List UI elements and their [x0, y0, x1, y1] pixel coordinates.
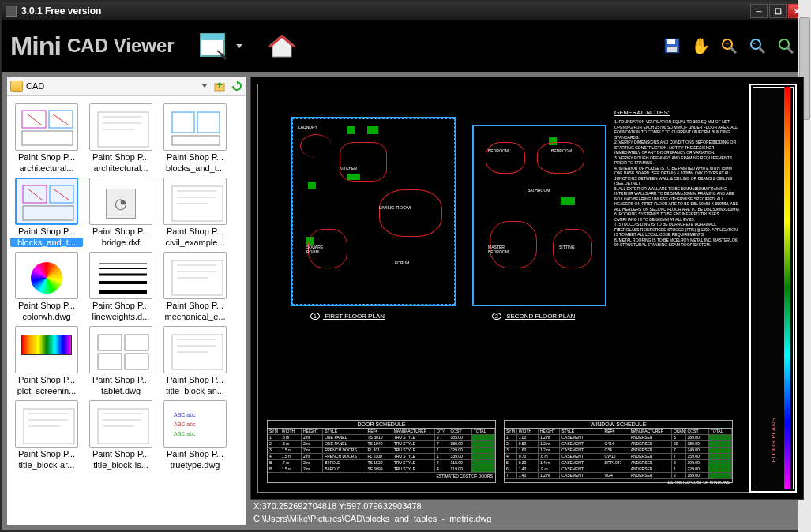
- thumbnail-type: Paint Shop P...: [159, 449, 231, 459]
- title-block: FLOOR PLANS: [749, 84, 797, 493]
- thumbnail-filename: truetype.dwg: [159, 460, 231, 470]
- thumbnail-filename: title_block-ar...: [10, 460, 83, 470]
- folder-bar: CAD: [7, 77, 246, 96]
- svg-text:ABC abc: ABC abc: [174, 412, 196, 418]
- thumbnail-type: Paint Shop P...: [84, 301, 157, 310]
- thumbnail-type: Paint Shop P...: [84, 375, 157, 384]
- thumbnail-item[interactable]: Paint Shop P...blocks_and_t...: [10, 178, 83, 247]
- thumbnail-preview[interactable]: [163, 103, 227, 151]
- thumbnail-type: Paint Shop P...: [159, 152, 231, 162]
- svg-rect-4: [667, 47, 677, 52]
- thumbnail-preview[interactable]: [163, 326, 227, 373]
- first-floor-plan: LAUNDRY KITCHEN LIVING ROOM SQUAREROOM F…: [291, 117, 456, 306]
- refresh-button[interactable]: [231, 81, 242, 92]
- app-window: 3.0.1 Free version ─ ☐ ✕ Mini CAD Viewer: [0, 0, 811, 532]
- door-schedule-table: DOOR SCHEDULE SYMWIDTHHEIGHTSTYLEREF#MAN…: [267, 420, 496, 483]
- folder-icon[interactable]: [10, 81, 23, 92]
- thumbnail-type: Paint Shop P...: [84, 227, 157, 236]
- svg-rect-3: [667, 39, 675, 44]
- svg-line-6: [730, 47, 736, 53]
- thumbnail-filename: lineweights.d...: [84, 312, 157, 321]
- thumbnail-item[interactable]: Paint Shop P...tablet.dwg: [84, 326, 157, 395]
- thumbnail-type: Paint Shop P...: [159, 227, 231, 236]
- thumbnail-preview[interactable]: [89, 103, 152, 151]
- zoom-in-icon: +: [721, 38, 737, 54]
- svg-rect-45: [125, 335, 148, 350]
- thumbnail-preview[interactable]: [15, 103, 78, 151]
- plan1-label: FIRST FLOOR PLAN: [325, 313, 385, 320]
- pan-button[interactable]: ✋: [692, 37, 709, 54]
- document-open-icon: [198, 32, 230, 60]
- thumbnail-item[interactable]: Paint Shop P...plot_screenin...: [10, 326, 83, 395]
- thumbnail-preview[interactable]: [163, 178, 227, 225]
- thumbnail-preview[interactable]: [89, 252, 152, 299]
- thumbnail-preview[interactable]: [15, 400, 78, 448]
- up-folder-button[interactable]: [214, 81, 225, 92]
- open-dropdown-icon[interactable]: [236, 44, 242, 48]
- thumbnail-filename: blocks_and_t...: [10, 238, 83, 247]
- save-button[interactable]: [663, 37, 681, 54]
- svg-rect-24: [197, 112, 220, 133]
- thumbnail-type: Paint Shop P...: [159, 375, 231, 384]
- viewer-panel: LAUNDRY KITCHEN LIVING ROOM SQUAREROOM F…: [250, 77, 804, 525]
- folder-name[interactable]: CAD: [26, 81, 198, 91]
- home-button[interactable]: [265, 28, 299, 63]
- thumbnail-preview[interactable]: ◔: [89, 178, 152, 225]
- open-file-button[interactable]: [197, 28, 231, 63]
- thumbnail-item[interactable]: Paint Shop P...title_block-ar...: [10, 400, 83, 470]
- thumbnail-preview[interactable]: [89, 326, 152, 373]
- thumbnail-item[interactable]: Paint Shop P...lineweights.d...: [84, 252, 157, 321]
- thumbnail-preview[interactable]: [15, 178, 78, 225]
- thumbnail-filename: title_block-an...: [159, 386, 231, 395]
- thumbnail-type: Paint Shop P...: [84, 449, 157, 459]
- zoom-in-button[interactable]: +: [720, 37, 738, 54]
- thumbnail-filename: civil_example...: [159, 238, 231, 247]
- thumbnail-filename: architectural...: [84, 163, 157, 173]
- thumbnail-preview[interactable]: [15, 252, 78, 299]
- thumbnail-item[interactable]: ◔Paint Shop P...bridge.dxf: [84, 178, 157, 247]
- thumbnail-item[interactable]: Paint Shop P...title_block-is...: [84, 400, 157, 470]
- svg-rect-16: [22, 131, 73, 145]
- drawing-canvas[interactable]: LAUNDRY KITCHEN LIVING ROOM SQUAREROOM F…: [250, 77, 804, 500]
- thumbnail-preview[interactable]: [89, 400, 152, 448]
- thumbnail-type: Paint Shop P...: [10, 152, 83, 162]
- thumbnail-grid[interactable]: Paint Shop P...architectural...Paint Sho…: [7, 96, 246, 525]
- thumbnail-item[interactable]: Paint Shop P...architectural...: [84, 103, 157, 173]
- thumbnail-item[interactable]: ABC abcABC abcABC abcPaint Shop P...true…: [159, 400, 231, 470]
- maximize-button[interactable]: ☐: [769, 4, 787, 18]
- thumbnail-preview[interactable]: [163, 252, 227, 299]
- folder-dropdown-icon[interactable]: [201, 84, 208, 88]
- thumbnail-filename: colorwh.dwg: [10, 312, 83, 321]
- svg-line-12: [787, 47, 793, 53]
- thumbnail-filename: bridge.dxf: [84, 238, 157, 247]
- svg-text:-: -: [753, 39, 756, 47]
- thumbnail-item[interactable]: Paint Shop P...mechanical_e...: [159, 252, 231, 321]
- zoom-extents-icon: [778, 38, 794, 54]
- title-block-label: FLOOR PLANS: [770, 418, 777, 462]
- thumbnail-preview[interactable]: ABC abcABC abcABC abc: [163, 400, 227, 448]
- thumbnail-item[interactable]: Paint Shop P...civil_example...: [159, 178, 231, 247]
- svg-rect-44: [98, 335, 122, 350]
- svg-line-17: [27, 114, 41, 125]
- plan2-label: SECOND FLOOR PLAN: [506, 313, 575, 320]
- thumbnail-item[interactable]: Paint Shop P...title_block-an...: [159, 326, 231, 395]
- svg-rect-23: [172, 112, 194, 133]
- svg-text:ABC abc: ABC abc: [174, 421, 196, 427]
- thumbnail-type: Paint Shop P...: [159, 301, 231, 310]
- folder-up-icon: [214, 81, 225, 92]
- zoom-extents-button[interactable]: [777, 37, 794, 54]
- titlebar[interactable]: 3.0.1 Free version ─ ☐ ✕: [2, 2, 809, 20]
- app-icon: [6, 6, 17, 17]
- floppy-icon: [664, 38, 680, 54]
- thumbnail-item[interactable]: Paint Shop P...colorwh.dwg: [10, 252, 83, 321]
- thumbnail-type: Paint Shop P...: [84, 152, 157, 162]
- thumbnail-item[interactable]: Paint Shop P...blocks_and_t...: [159, 103, 231, 173]
- thumbnail-item[interactable]: Paint Shop P...architectural...: [10, 103, 83, 173]
- thumbnail-preview[interactable]: [15, 326, 78, 373]
- window-schedule-table: WINDOW SCHEDULE SYMWIDTHHEIGHTSTYLEREF#M…: [504, 420, 733, 483]
- zoom-out-icon: -: [749, 38, 765, 54]
- minimize-button[interactable]: ─: [750, 4, 768, 18]
- zoom-out-button[interactable]: -: [749, 37, 766, 54]
- svg-rect-15: [49, 111, 73, 128]
- thumbnail-type: Paint Shop P...: [10, 301, 83, 310]
